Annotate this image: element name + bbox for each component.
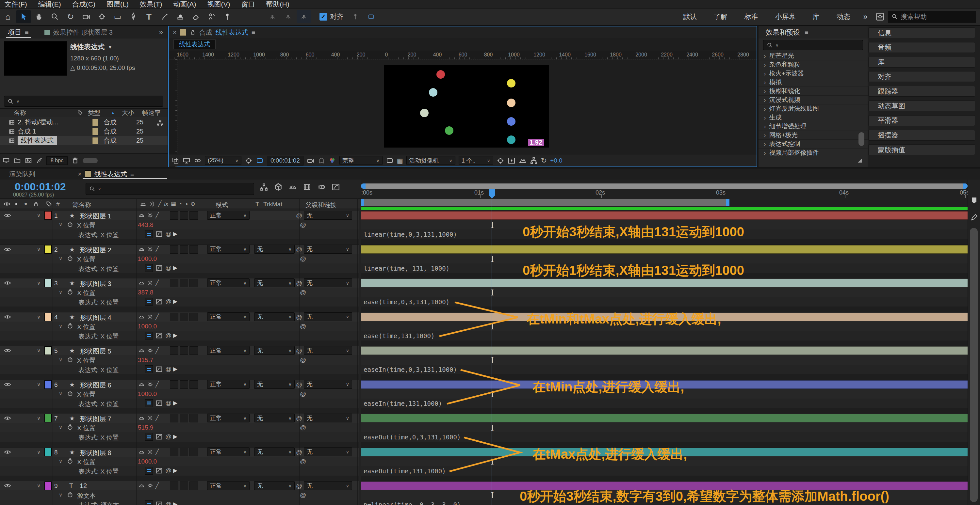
magnification-dropdown[interactable]: (25%)∨ <box>205 156 242 165</box>
close-tab-icon[interactable]: × <box>78 170 82 178</box>
layer-switches[interactable]: ╱ <box>138 279 159 286</box>
viewer-timecode[interactable]: 0:00:01:02 <box>267 156 304 165</box>
show-snapshot-icon[interactable] <box>318 157 325 164</box>
quality-icon[interactable]: ╱ <box>156 246 159 252</box>
blend-mode-dropdown[interactable]: 正常∨ <box>207 414 250 422</box>
stopwatch-icon[interactable] <box>67 289 73 295</box>
world-axis-mode-icon[interactable] <box>281 10 295 23</box>
timeline-navigator-bar[interactable] <box>361 183 967 189</box>
layer-name[interactable]: 形状图层 1 <box>80 212 111 221</box>
transparency-grid-icon[interactable]: ▦ <box>397 157 403 165</box>
menu-help[interactable]: 帮助(H) <box>266 0 289 9</box>
expression-text[interactable]: ease(time,131,1000) <box>364 332 434 340</box>
parent-link-column[interactable]: 父级和链接 <box>305 201 336 209</box>
main-viewer-icon[interactable] <box>183 157 191 165</box>
expression-enabled-icon[interactable] <box>145 433 153 441</box>
column-size[interactable]: 大小 <box>122 109 142 117</box>
timeline-search-field[interactable]: ∨ <box>86 183 254 195</box>
camera-view-dropdown[interactable]: 活动摄像机∨ <box>406 156 455 165</box>
column-type[interactable]: 类型 <box>88 109 111 117</box>
property-pickwhip-icon[interactable]: @ <box>300 255 306 262</box>
motion-blur-col-icon[interactable]: ◔ <box>179 201 182 207</box>
layer-visibility-eye-icon[interactable] <box>4 279 11 287</box>
expression-label[interactable]: 表达式: X 位置 <box>78 467 119 476</box>
layer-name[interactable]: 12 <box>80 482 87 490</box>
expression-enabled-icon[interactable] <box>145 230 153 238</box>
expression-language-menu-icon[interactable]: ▶ <box>173 298 177 305</box>
parent-dropdown[interactable]: 无∨ <box>304 313 352 321</box>
workspace-standard[interactable]: 标准 <box>736 12 767 21</box>
collapse-sun-icon[interactable] <box>147 347 153 354</box>
menu-window[interactable]: 窗口 <box>241 0 255 9</box>
chevron-right-icon[interactable]: › <box>764 149 766 157</box>
blend-mode-dropdown[interactable]: 正常∨ <box>207 211 250 220</box>
layer-color-swatch[interactable] <box>45 279 52 287</box>
local-axis-mode-icon[interactable] <box>265 10 280 23</box>
audio-column-icon[interactable] <box>14 201 20 207</box>
layer-switches[interactable]: ╱ <box>138 212 159 219</box>
timeline-vertical-scrollbar[interactable] <box>970 228 978 502</box>
shy-icon[interactable] <box>138 449 145 455</box>
chevron-right-icon[interactable]: › <box>764 132 766 139</box>
parent-dropdown[interactable]: 无∨ <box>304 380 352 389</box>
workspace-learn[interactable]: 了解 <box>705 12 736 21</box>
layer-switches[interactable]: ╱ <box>138 347 159 354</box>
parent-dropdown[interactable]: 无∨ <box>304 481 352 490</box>
layer-duration-bar[interactable] <box>361 245 967 254</box>
exposure-value[interactable]: +0.0 <box>550 157 563 164</box>
blend-mode-dropdown[interactable]: 正常∨ <box>207 346 250 355</box>
rail-panel-button[interactable]: 跟踪器 <box>868 86 975 97</box>
blend-mode-dropdown[interactable]: 正常∨ <box>207 245 250 254</box>
layer-row[interactable]: ∨ 4 ★ 形状图层 4 ╱ 正常∨ 无∨ @ 无∨ ∨ X 位置 1000.0… <box>0 313 980 346</box>
project-panel-menu-icon[interactable]: ≡ <box>25 29 29 36</box>
always-preview-icon[interactable] <box>172 157 179 165</box>
layer-switches[interactable]: ╱ <box>138 313 159 320</box>
parent-dropdown[interactable]: 无∨ <box>304 448 352 456</box>
layer-row[interactable]: ∨ 6 ★ 形状图层 6 ╱ 正常∨ 无∨ @ 无∨ ∨ X 位置 1000.0… <box>0 380 980 414</box>
expression-pickwhip-icon[interactable]: @ <box>165 365 172 373</box>
workspace-libraries[interactable]: 库 <box>804 12 828 21</box>
property-pickwhip-icon[interactable]: @ <box>300 458 306 465</box>
flowchart-button-icon[interactable] <box>530 157 538 165</box>
expression-pickwhip-icon[interactable]: @ <box>165 400 172 407</box>
layer-visibility-eye-icon[interactable] <box>4 212 11 219</box>
composition-canvas[interactable] <box>384 65 549 148</box>
expression-enabled-icon[interactable] <box>145 467 153 475</box>
effects-search-field[interactable]: ∨ <box>763 40 863 50</box>
layer-expand-chevron-icon[interactable]: ∨ <box>37 415 40 421</box>
expression-pickwhip-icon[interactable]: @ <box>165 332 172 339</box>
property-pickwhip-icon[interactable]: @ <box>300 492 306 499</box>
layer-expand-chevron-icon[interactable]: ∨ <box>37 314 40 320</box>
footer-scrollbar[interactable] <box>83 158 98 163</box>
t-column[interactable]: T <box>255 201 259 208</box>
bit-depth-button[interactable]: 8 bpc <box>46 156 68 165</box>
manage-workspaces-icon[interactable] <box>875 12 885 21</box>
layer-row[interactable]: ∨ 8 ★ 形状图层 8 ╱ 正常∨ 无∨ @ 无∨ ∨ X 位置 1000.0… <box>0 448 980 481</box>
expression-pickwhip-icon[interactable]: @ <box>165 298 172 305</box>
layer-switch-boxes[interactable] <box>170 245 198 254</box>
expression-text[interactable]: easeIn(time,0,3,131,1000) <box>364 366 457 373</box>
label-color-chip[interactable] <box>92 128 98 135</box>
property-value[interactable]: 443.8 <box>138 221 154 229</box>
rail-panel-button[interactable]: 音频 <box>868 42 975 53</box>
layer-visibility-eye-icon[interactable] <box>4 414 11 422</box>
tab-timeline-comp[interactable]: 线性表达式 <box>94 170 127 179</box>
chevron-right-icon[interactable]: › <box>764 61 766 68</box>
quality-icon[interactable]: ╱ <box>156 279 159 286</box>
property-pickwhip-icon[interactable]: @ <box>300 289 306 296</box>
property-name[interactable]: X 位置 <box>77 221 95 230</box>
stopwatch-icon[interactable] <box>67 458 73 465</box>
layer-name[interactable]: 形状图层 7 <box>80 414 111 423</box>
adjustment-quill-icon[interactable] <box>36 157 43 164</box>
layer-row[interactable]: ∨ 7 ★ 形状图层 7 ╱ 正常∨ 无∨ @ 无∨ ∨ X 位置 515.9 … <box>0 414 980 448</box>
pen-tool[interactable] <box>126 10 140 23</box>
layer-switch-boxes[interactable] <box>170 481 198 490</box>
chevron-right-icon[interactable]: › <box>764 52 766 60</box>
layer-color-swatch[interactable] <box>45 414 52 422</box>
layer-color-swatch[interactable] <box>45 245 52 254</box>
quality-icon[interactable]: ╱ <box>156 448 159 456</box>
effects-group-label[interactable]: 细节增强处理 <box>769 122 807 130</box>
effects-panel-title[interactable]: 效果和预设 <box>766 28 800 37</box>
menu-layer[interactable]: 图层(L) <box>107 0 129 9</box>
grid-guides-icon[interactable] <box>245 157 253 165</box>
